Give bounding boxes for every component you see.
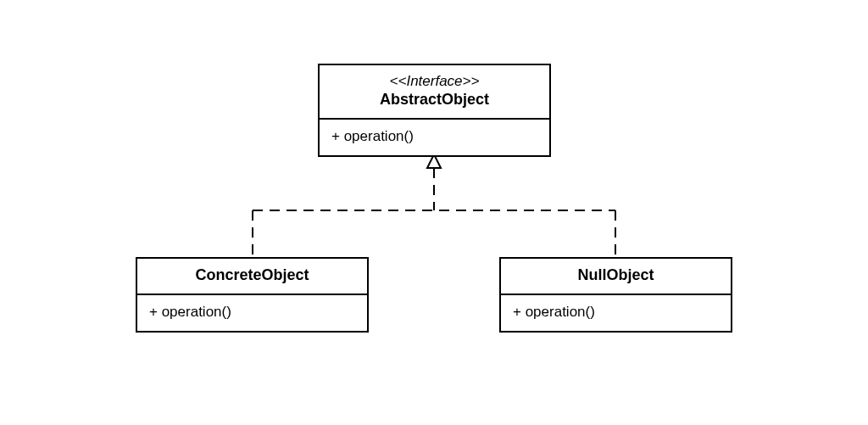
class-header-concrete: ConcreteObject: [137, 259, 367, 295]
operation-concrete: + operation(): [137, 295, 367, 331]
operation-abstract: + operation(): [320, 120, 549, 155]
class-concrete-object: ConcreteObject + operation(): [136, 257, 369, 333]
operation-null: + operation(): [501, 295, 731, 331]
class-null-object: NullObject + operation(): [499, 257, 732, 333]
class-header-null: NullObject: [501, 259, 731, 295]
class-header-abstract: <<Interface>> AbstractObject: [320, 65, 549, 120]
class-name-abstract: AbstractObject: [328, 90, 541, 109]
stereotype-label: <<Interface>>: [328, 72, 541, 90]
class-name-null: NullObject: [509, 266, 722, 285]
class-name-concrete: ConcreteObject: [146, 266, 359, 285]
uml-diagram: <<Interface>> AbstractObject + operation…: [0, 0, 868, 425]
class-abstract-object: <<Interface>> AbstractObject + operation…: [318, 64, 551, 157]
